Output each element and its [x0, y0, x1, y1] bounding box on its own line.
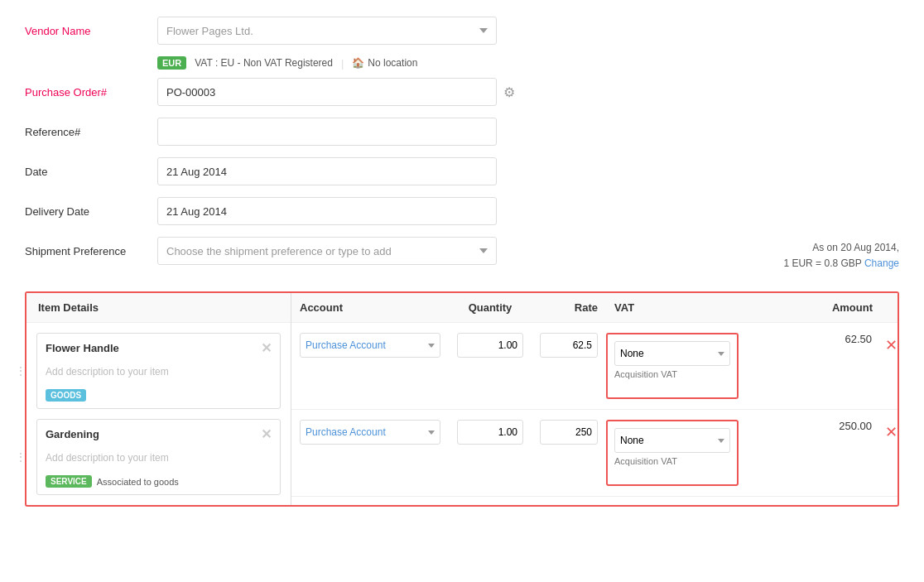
item-desc-2: Add description to your item [37, 449, 280, 470]
item-name-1: Flower Handle [46, 342, 119, 354]
shipment-select[interactable]: Choose the shipment preference or type t… [157, 237, 497, 265]
vat-section-1: None Acquisition VAT [606, 333, 739, 399]
qty-col-2 [449, 420, 532, 445]
vat-select-2[interactable]: None [614, 428, 730, 453]
eur-badge: EUR [157, 56, 186, 70]
vat-section-2: None Acquisition VAT [606, 420, 739, 486]
qty-input-2[interactable] [457, 420, 523, 445]
item-details-header: Item Details [26, 293, 291, 323]
po-label: Purchase Order# [25, 86, 157, 99]
col-amount-header: Amount [739, 301, 898, 314]
amount-col-2: 250.00 [739, 420, 880, 432]
amount-col-1: 62.50 [739, 333, 880, 345]
date-label: Date [25, 166, 157, 178]
col-rate-header: Rate [532, 301, 606, 314]
table-row-2: Purchase Account None Acquisition VAT 25… [291, 410, 898, 497]
date-input[interactable] [157, 157, 497, 185]
rate-input-2[interactable] [540, 420, 598, 445]
rate-col-1 [532, 333, 606, 358]
item-desc-1: Add description to your item [37, 363, 280, 384]
delivery-label: Delivery Date [25, 205, 157, 218]
rate-input-1[interactable] [540, 333, 598, 358]
qty-input-1[interactable] [457, 333, 523, 358]
col-headers: Account Quantity Rate VAT Amount [291, 293, 898, 323]
ref-input[interactable] [157, 118, 497, 146]
ref-label: Reference# [25, 126, 157, 138]
assoc-text-2: Associated to goods [97, 477, 179, 487]
remove-btn-2[interactable]: ✕ [885, 423, 898, 441]
goods-badge-1: GOODS [46, 389, 86, 402]
account-select-1[interactable]: Purchase Account [300, 333, 440, 358]
acq-vat-2: Acquisition VAT [614, 456, 730, 466]
exchange-rate: As on 20 Aug 2014, 1 EUR = 0.8 GBP Chang… [783, 240, 899, 272]
col-account-header: Account [291, 301, 449, 314]
vat-col-1: None Acquisition VAT [606, 333, 739, 399]
gear-icon[interactable]: ⚙ [503, 84, 515, 100]
shipment-label: Shipment Preference [25, 245, 157, 257]
vendor-meta: EUR VAT : EU - Non VAT Registered | 🏠 No… [157, 56, 899, 70]
remove-btn-1[interactable]: ✕ [885, 336, 898, 354]
po-input[interactable] [157, 78, 497, 106]
vat-select-1[interactable]: None [614, 341, 730, 366]
col-qty-header: Quantity [449, 301, 532, 314]
change-link[interactable]: Change [864, 257, 899, 269]
item-name-2: Gardening [46, 428, 99, 440]
item-close-2[interactable]: ✕ [261, 426, 272, 442]
drag-handle-2[interactable]: ⋮ [15, 450, 26, 464]
account-col-1: Purchase Account [291, 333, 449, 358]
drag-handle-1[interactable]: ⋮ [15, 364, 26, 378]
vat-text: VAT : EU - Non VAT Registered [195, 57, 333, 69]
col-vat-header: VAT [606, 301, 739, 314]
account-col-2: Purchase Account [291, 420, 449, 445]
service-badge-2: SERVICE [46, 475, 92, 488]
rate-col-2 [532, 420, 606, 445]
item-details-col: Item Details ⋮ Flower Handle ✕ Add descr… [26, 293, 291, 505]
location-icon: 🏠 [352, 57, 364, 69]
table-row-1: Purchase Account None Acquisition VAT 62… [291, 323, 898, 410]
location-text: 🏠 No location [352, 57, 417, 69]
qty-col-1 [449, 333, 532, 358]
acq-vat-1: Acquisition VAT [614, 369, 730, 379]
delivery-input[interactable] [157, 197, 497, 225]
item-close-1[interactable]: ✕ [261, 340, 272, 356]
item-card-2: Gardening ✕ Add description to your item… [36, 419, 281, 495]
item-card-1: Flower Handle ✕ Add description to your … [36, 333, 281, 409]
vendor-select[interactable]: Flower Pages Ltd. [157, 17, 497, 45]
account-select-2[interactable]: Purchase Account [300, 420, 440, 445]
vat-col-2: None Acquisition VAT [606, 420, 739, 486]
right-cols: Account Quantity Rate VAT Amount Purchas… [291, 293, 898, 505]
vendor-label: Vendor Name [25, 25, 157, 37]
